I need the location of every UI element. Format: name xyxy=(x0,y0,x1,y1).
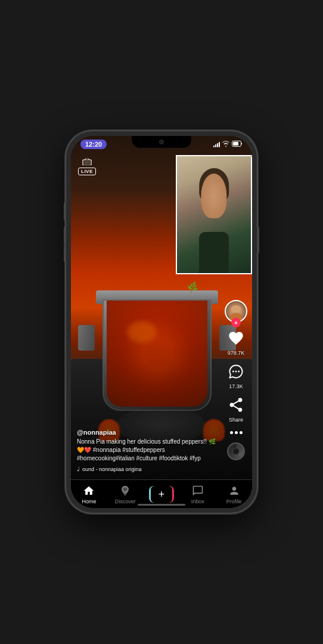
more-options-button[interactable] xyxy=(226,428,246,438)
nav-discover[interactable]: Discover xyxy=(107,484,144,504)
pip-video-feed xyxy=(177,156,251,273)
share-button[interactable]: Share xyxy=(225,394,247,423)
like-button[interactable]: 978.7K xyxy=(225,327,247,356)
svg-rect-3 xyxy=(84,161,90,164)
svg-point-4 xyxy=(232,371,234,373)
caption-text: Nonna Pia making her delicious stuffed p… xyxy=(77,438,219,463)
front-camera xyxy=(159,140,164,144)
nav-profile[interactable]: Profile xyxy=(216,484,252,504)
creator-avatar-container[interactable]: + xyxy=(225,300,247,323)
phone-frame: 12:20 xyxy=(66,131,257,513)
tv-icon xyxy=(82,157,92,167)
nav-inbox[interactable]: Inbox xyxy=(179,484,216,504)
follow-button[interactable]: + xyxy=(231,318,241,327)
live-badge: LIVE xyxy=(78,157,96,175)
nav-home[interactable]: Home xyxy=(71,484,107,504)
person-head xyxy=(201,174,227,218)
creator-username[interactable]: @nonnapiaa xyxy=(77,429,219,436)
status-time: 12:20 xyxy=(80,140,107,149)
inbox-icon xyxy=(191,484,204,497)
inbox-label: Inbox xyxy=(191,499,204,504)
svg-point-6 xyxy=(238,371,240,373)
profile-icon xyxy=(228,484,241,497)
share-icon xyxy=(225,394,247,416)
comment-button[interactable]: 17.3K xyxy=(225,361,247,389)
like-count: 978.7K xyxy=(228,350,245,356)
share-label: Share xyxy=(229,417,243,423)
notch xyxy=(132,136,191,148)
person-body xyxy=(199,232,228,273)
phone-screen: 12:20 xyxy=(71,136,252,508)
status-icons xyxy=(213,141,243,148)
right-actions: + 978.7K xyxy=(225,300,247,460)
home-icon xyxy=(82,484,95,497)
signal-icon xyxy=(213,141,220,147)
home-label: Home xyxy=(82,499,96,504)
music-row: ♩ ound - nonnapiaa origina xyxy=(77,466,219,472)
live-text: LIVE xyxy=(78,168,96,175)
create-button[interactable]: + xyxy=(149,486,174,503)
wifi-icon xyxy=(222,141,229,148)
music-title[interactable]: ound - nonnapiaa origina xyxy=(82,466,142,472)
more-dots-icon xyxy=(226,428,246,438)
music-note-icon: ♩ xyxy=(77,466,80,472)
battery-icon xyxy=(232,141,243,148)
caption-area: @nonnapiaa Nonna Pia making her deliciou… xyxy=(77,429,219,472)
pip-camera xyxy=(176,155,252,274)
heart-icon xyxy=(225,327,247,349)
plus-icon: + xyxy=(159,489,165,500)
home-indicator xyxy=(138,504,185,506)
comment-count: 17.3K xyxy=(229,383,243,389)
profile-label: Profile xyxy=(226,499,242,504)
svg-rect-1 xyxy=(233,142,238,145)
nav-create[interactable]: + xyxy=(144,486,180,503)
discover-label: Discover xyxy=(115,499,136,504)
music-disc[interactable] xyxy=(227,442,245,460)
svg-point-5 xyxy=(235,371,237,373)
comment-icon xyxy=(225,361,247,382)
discover-icon xyxy=(119,484,132,497)
